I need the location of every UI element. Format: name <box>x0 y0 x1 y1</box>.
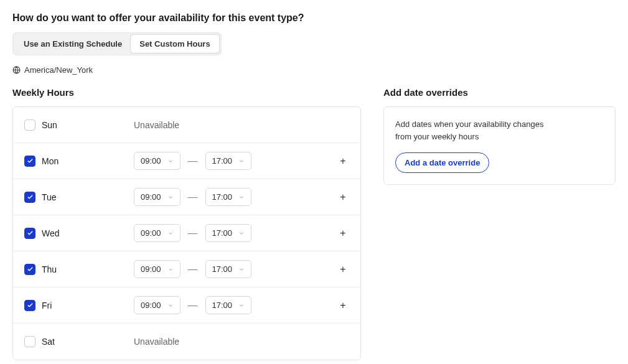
start-time-value: 09:00 <box>141 156 161 166</box>
add-interval-button[interactable]: + <box>337 299 349 312</box>
weekly-hours-title: Weekly Hours <box>12 87 361 98</box>
end-time-value: 17:00 <box>212 264 233 274</box>
day-enabled-checkbox[interactable] <box>24 156 35 167</box>
start-time-value: 09:00 <box>141 192 161 202</box>
end-time-select[interactable]: 17:00 <box>205 260 252 278</box>
globe-icon <box>12 66 21 74</box>
day-label: Thu <box>42 264 57 274</box>
day-enabled-checkbox[interactable] <box>24 119 35 131</box>
end-time-value: 17:00 <box>212 156 233 166</box>
time-range-dash: — <box>188 156 198 167</box>
start-time-select[interactable]: 09:00 <box>134 152 180 170</box>
time-range-dash: — <box>188 228 198 239</box>
add-interval-button[interactable]: + <box>337 227 349 240</box>
day-row: Wed09:00—17:00+ <box>13 215 360 251</box>
day-label: Sun <box>42 120 57 130</box>
end-time-value: 17:00 <box>212 192 233 202</box>
day-enabled-checkbox[interactable] <box>24 336 35 347</box>
day-enabled-checkbox[interactable] <box>24 228 35 239</box>
start-time-value: 09:00 <box>141 264 161 274</box>
weekly-hours-panel: SunUnavailableMon09:00—17:00+Tue09:00—17… <box>12 106 361 360</box>
day-label: Sat <box>42 337 55 347</box>
date-overrides-title: Add date overrides <box>383 87 616 98</box>
day-label: Tue <box>42 192 57 202</box>
start-time-select[interactable]: 09:00 <box>134 224 180 242</box>
end-time-select[interactable]: 17:00 <box>205 296 252 314</box>
end-time-select[interactable]: 17:00 <box>205 224 252 242</box>
day-row: Fri09:00—17:00+ <box>13 287 360 324</box>
start-time-value: 09:00 <box>141 301 161 310</box>
end-time-select[interactable]: 17:00 <box>205 188 252 206</box>
unavailable-label: Unavailable <box>134 120 179 130</box>
day-row: Mon09:00—17:00+ <box>13 143 360 179</box>
end-time-value: 17:00 <box>212 301 233 310</box>
start-time-value: 09:00 <box>141 228 161 238</box>
add-interval-button[interactable]: + <box>337 155 349 167</box>
start-time-select[interactable]: 09:00 <box>134 188 180 206</box>
time-range-dash: — <box>188 300 198 311</box>
time-range-dash: — <box>188 264 198 275</box>
end-time-value: 17:00 <box>212 228 233 238</box>
day-row: SunUnavailable <box>13 107 360 143</box>
day-enabled-checkbox[interactable] <box>24 300 35 311</box>
set-custom-hours-button[interactable]: Set Custom Hours <box>131 35 218 53</box>
time-range-dash: — <box>188 192 198 203</box>
start-time-select[interactable]: 09:00 <box>134 260 180 278</box>
day-enabled-checkbox[interactable] <box>24 192 35 203</box>
date-overrides-message: Add dates when your availability changes… <box>395 118 557 142</box>
day-label: Mon <box>42 156 59 166</box>
add-interval-button[interactable]: + <box>337 263 349 276</box>
day-label: Wed <box>42 228 60 238</box>
add-interval-button[interactable]: + <box>337 191 349 203</box>
day-row: Thu09:00—17:00+ <box>13 251 360 287</box>
day-enabled-checkbox[interactable] <box>24 264 35 275</box>
timezone-label: America/New_York <box>24 65 93 75</box>
use-existing-schedule-button[interactable]: Use an Existing Schedule <box>15 35 131 53</box>
timezone-row[interactable]: America/New_York <box>12 65 616 75</box>
unavailable-label: Unavailable <box>134 337 179 347</box>
date-overrides-panel: Add dates when your availability changes… <box>383 106 616 185</box>
add-date-override-button[interactable]: Add a date override <box>395 152 489 173</box>
day-row: Tue09:00—17:00+ <box>13 179 360 215</box>
start-time-select[interactable]: 09:00 <box>134 296 180 314</box>
day-row: SatUnavailable <box>13 324 360 360</box>
end-time-select[interactable]: 17:00 <box>205 152 252 170</box>
day-label: Fri <box>42 301 52 310</box>
availability-heading: How do you want to offer your availabili… <box>12 12 616 24</box>
schedule-mode-segmented: Use an Existing Schedule Set Custom Hour… <box>12 32 222 55</box>
